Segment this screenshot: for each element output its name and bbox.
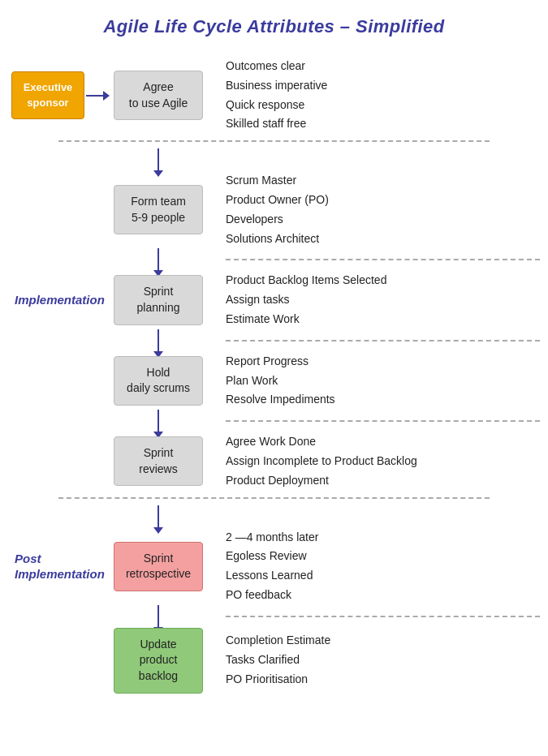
implementation-label: Implementation: [8, 292, 106, 308]
sprint-retro-center: Sprintretrospective: [106, 542, 211, 591]
sprint-retro-box: Sprintretrospective: [114, 542, 203, 591]
sprint-reviews-center: Sprintreviews: [106, 436, 211, 486]
sprint-planning-center: Sprintplanning: [106, 275, 211, 324]
arrow-area-1: [8, 148, 540, 171]
partial-dashed-1: [8, 248, 540, 271]
executive-sponsor-box: Executivesponsor: [11, 71, 84, 118]
dashed-2: [35, 497, 514, 499]
post-implementation-label: PostImplementation: [8, 551, 106, 582]
dashed-1: [35, 140, 514, 142]
agree-box: Agreeto use Agile: [114, 71, 203, 120]
arrow-2: [157, 248, 159, 271]
form-team-center: Form team5-9 people: [106, 185, 211, 234]
sprint-reviews-notes: Agree Work Done Assign Incomplete to Pro…: [211, 432, 540, 490]
horiz-arrow: [86, 95, 104, 97]
arrow-5: [157, 505, 159, 528]
arrow-6: [157, 605, 159, 628]
update-backlog-box: Updateproductbacklog: [114, 628, 203, 694]
row-form-team: Form team5-9 people Scrum Master Product…: [8, 171, 540, 248]
sprint-planning-box: Sprintplanning: [114, 275, 203, 324]
page-title: Agile Life Cycle Attributes – Simplified: [8, 16, 540, 37]
row-agree: Executivesponsor Agreeto use Agile Outco…: [8, 57, 540, 134]
row-sprint-retro: PostImplementation Sprintretrospective 2…: [8, 528, 540, 605]
daily-scrums-notes: Report Progress Plan Work Resolve Impedi…: [211, 352, 540, 410]
exec-left-col: Executivesponsor: [8, 71, 106, 118]
form-team-box: Form team5-9 people: [114, 185, 203, 234]
daily-scrums-box: Holddaily scrums: [114, 356, 203, 406]
row-sprint-planning: Implementation Sprintplanning Product Ba…: [8, 271, 540, 329]
row-sprint-reviews: Sprintreviews Agree Work Done Assign Inc…: [8, 432, 540, 490]
agree-center: Agreeto use Agile: [106, 71, 211, 120]
partial-dashed-2: [8, 329, 540, 352]
arrow-3: [157, 329, 159, 352]
agree-notes: Outcomes clear Business imperative Quick…: [211, 57, 540, 134]
sprint-reviews-box: Sprintreviews: [114, 436, 203, 486]
partial-dashed-4: [8, 605, 540, 628]
partial-dashed-3: [8, 410, 540, 432]
page: Agile Life Cycle Attributes – Simplified…: [0, 0, 548, 726]
update-backlog-center: Updateproductbacklog: [106, 628, 211, 694]
arrow-1: [157, 148, 159, 171]
sprint-planning-notes: Product Backlog Items Selected Assign ta…: [211, 271, 540, 329]
daily-scrums-center: Holddaily scrums: [106, 356, 211, 406]
arrow-4: [157, 410, 159, 432]
form-team-notes: Scrum Master Product Owner (PO) Develope…: [211, 171, 540, 248]
update-backlog-notes: Completion Estimate Tasks Clarified PO P…: [211, 631, 540, 689]
row-update-backlog: Updateproductbacklog Completion Estimate…: [8, 628, 540, 694]
row-daily-scrums: Holddaily scrums Report Progress Plan Wo…: [8, 352, 540, 410]
sprint-retro-notes: 2 —4 months later Egoless Review Lessons…: [211, 528, 540, 605]
arrow-area-5: [8, 505, 540, 528]
